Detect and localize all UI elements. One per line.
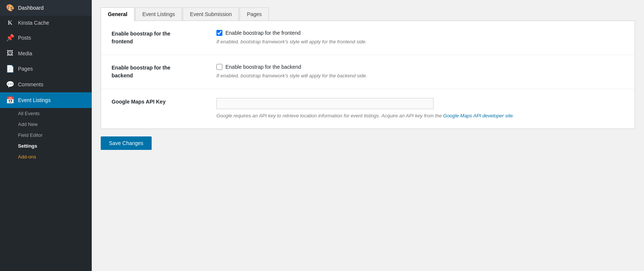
checkbox-bootstrap-frontend[interactable] bbox=[216, 30, 222, 36]
tab-pages[interactable]: Pages bbox=[240, 7, 269, 21]
tab-general[interactable]: General bbox=[101, 7, 134, 21]
setting-control-bootstrap-frontend: Enable boostrap for the frontendIf enabl… bbox=[216, 30, 624, 46]
checkbox-row-bootstrap-frontend: Enable boostrap for the frontend bbox=[216, 30, 624, 36]
sidebar-subitem-add-new[interactable]: Add New bbox=[0, 119, 92, 130]
sidebar-item-media[interactable]: 🖼Media bbox=[0, 46, 92, 61]
setting-control-google-maps-api: Google requires an API key to retrieve l… bbox=[216, 98, 624, 120]
setting-label-bootstrap-frontend: Enable boostrap for the frontend bbox=[112, 30, 216, 46]
setting-description-bootstrap-backend: If enabled, bootstrap framework's style … bbox=[216, 72, 624, 80]
sidebar-subitem-add-ons[interactable]: Add-ons bbox=[0, 151, 92, 162]
sidebar-subitem-settings[interactable]: Settings bbox=[0, 141, 92, 151]
dashboard-icon: 🎨 bbox=[6, 4, 14, 12]
sidebar-label-pages: Pages bbox=[18, 66, 33, 72]
tab-event-submission[interactable]: Event Submission bbox=[183, 7, 239, 21]
media-icon: 🖼 bbox=[6, 49, 14, 57]
sidebar-item-pages[interactable]: 📄Pages bbox=[0, 61, 92, 77]
sidebar: 🎨DashboardKKinsta Cache📌Posts🖼Media📄Page… bbox=[0, 0, 92, 271]
event-listings-icon: 📅 bbox=[6, 96, 14, 104]
sidebar-label-event-listings: Event Listings bbox=[18, 97, 51, 103]
settings-panel: Enable boostrap for the frontendEnable b… bbox=[101, 21, 635, 129]
comments-icon: 💬 bbox=[6, 80, 14, 89]
pages-icon: 📄 bbox=[6, 65, 14, 73]
checkbox-label-bootstrap-frontend: Enable boostrap for the frontend bbox=[225, 30, 301, 36]
google-maps-api-link[interactable]: Google Maps API developer site bbox=[443, 113, 513, 118]
sidebar-subitem-all-events[interactable]: All Events bbox=[0, 108, 92, 119]
sidebar-label-comments: Comments bbox=[18, 81, 43, 87]
tab-event-listings[interactable]: Event Listings bbox=[135, 7, 182, 21]
sidebar-item-comments[interactable]: 💬Comments bbox=[0, 77, 92, 92]
setting-description-google-maps: Google requires an API key to retrieve l… bbox=[216, 112, 624, 120]
setting-row-bootstrap-frontend: Enable boostrap for the frontendEnable b… bbox=[101, 21, 635, 55]
save-button-container: Save Changes bbox=[101, 136, 635, 150]
checkbox-bootstrap-backend[interactable] bbox=[216, 64, 222, 70]
setting-label-google-maps-api: Google Maps API Key bbox=[112, 98, 216, 106]
checkbox-label-bootstrap-backend: Enable boostrap for the backend bbox=[225, 64, 301, 70]
sidebar-item-posts[interactable]: 📌Posts bbox=[0, 30, 92, 46]
sidebar-label-posts: Posts bbox=[18, 35, 31, 41]
sidebar-label-media: Media bbox=[18, 50, 32, 56]
google-maps-api-input[interactable] bbox=[216, 98, 434, 109]
sidebar-label-kinsta-cache: Kinsta Cache bbox=[18, 20, 49, 26]
setting-description-bootstrap-frontend: If enabled, bootstrap framework's style … bbox=[216, 38, 624, 46]
sidebar-subitem-field-editor[interactable]: Field Editor bbox=[0, 130, 92, 141]
setting-label-bootstrap-backend: Enable boostrap for the backend bbox=[112, 64, 216, 80]
main-content: GeneralEvent ListingsEvent SubmissionPag… bbox=[92, 0, 644, 271]
checkbox-row-bootstrap-backend: Enable boostrap for the backend bbox=[216, 64, 624, 70]
kinsta-cache-icon: K bbox=[6, 19, 14, 26]
setting-control-bootstrap-backend: Enable boostrap for the backendIf enable… bbox=[216, 64, 624, 80]
save-changes-button[interactable]: Save Changes bbox=[101, 136, 152, 150]
sidebar-item-event-listings[interactable]: 📅Event Listings bbox=[0, 92, 92, 108]
setting-row-google-maps-api: Google Maps API KeyGoogle requires an AP… bbox=[101, 89, 635, 129]
sidebar-item-dashboard[interactable]: 🎨Dashboard bbox=[0, 0, 92, 16]
sidebar-item-kinsta-cache[interactable]: KKinsta Cache bbox=[0, 16, 92, 30]
posts-icon: 📌 bbox=[6, 34, 14, 42]
setting-row-bootstrap-backend: Enable boostrap for the backendEnable bo… bbox=[101, 55, 635, 89]
sidebar-label-dashboard: Dashboard bbox=[18, 5, 44, 11]
tabs-container: GeneralEvent ListingsEvent SubmissionPag… bbox=[101, 7, 635, 21]
